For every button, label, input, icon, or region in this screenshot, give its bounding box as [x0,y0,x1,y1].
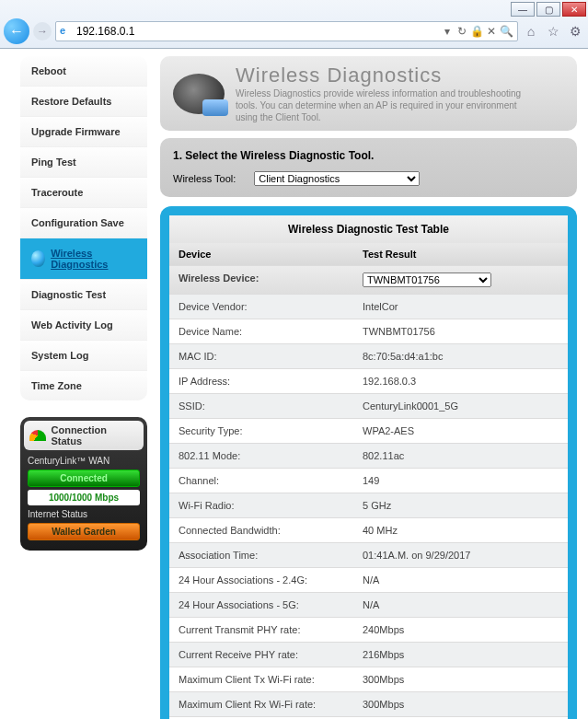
back-button[interactable]: ← [4,18,29,44]
sidebar-item-label: Wireless Diagnostics [51,248,136,270]
table-row: Maximum Client Rx Wi-Fi rate:300Mbps [169,691,568,716]
row-value: CenturyLink0001_5G [353,394,568,418]
sidebar-item-time-zone[interactable]: Time Zone [20,371,147,400]
table-row: Channel:149 [169,468,568,493]
gauge-icon [29,430,46,441]
home-icon[interactable]: ⌂ [522,22,540,41]
wan-label: CenturyLink™ WAN [28,456,140,466]
row-value: N/A [353,593,568,617]
table-row: 24 Hour Associations - 2.4G:N/A [169,567,568,592]
col-result: Test Result [353,243,568,265]
status-title: Connection Status [52,424,139,446]
page-subtitle: Wireless Diagnostics provide wireless in… [236,87,530,123]
wireless-tool-select[interactable]: Client Diagnostics [254,171,420,186]
sidebar-item-ping-test[interactable]: Ping Test [20,147,147,178]
row-label: MAC ID: [169,344,353,368]
forward-button[interactable]: → [33,22,52,41]
wan-status-badge: Connected [28,470,140,487]
row-label: 802.11 Mode: [169,444,353,468]
row-label: Security Type: [169,419,353,443]
table-row: 24 Hour Associations - 5G:N/A [169,592,568,617]
page-content: Reboot Restore Defaults Upgrade Firmware… [0,49,588,719]
page-title: Wireless Diagnostics [236,64,530,87]
lock-icon: 🔒 [469,25,484,38]
row-value: WPA2-AES [353,419,568,443]
row-value: 300Mbps [353,692,568,716]
row-value: IntelCor [353,295,568,319]
sidebar-item-system-log[interactable]: System Log [20,341,147,371]
row-value: N/A [353,568,568,592]
page-header: Wireless Diagnostics Wireless Diagnostic… [160,56,577,131]
wireless-device-select[interactable]: TWNBMT01756 [363,273,491,287]
nav-bar: ← → e ▾ ↻ 🔒 ✕ 🔍 ⌂ ☆ ⚙ [0,18,588,48]
table-title: Wireless Diagnostic Test Table [169,215,568,243]
sidebar-item-reboot[interactable]: Reboot [20,56,147,87]
tool-selector-box: 1. Select the Wireless Diagnostic Tool. … [160,138,577,197]
table-row: IP Address:192.168.0.3 [169,368,568,393]
header-illustration [173,74,225,114]
row-label: Maximum Client Tx Wi-Fi rate: [169,667,353,691]
table-row: Security Type:WPA2-AES [169,418,568,443]
close-button[interactable]: ✕ [562,2,586,17]
maximize-button[interactable]: ▢ [536,2,560,17]
row-value: 01:41A.M. on 9/29/2017 [353,543,568,567]
sidebar: Reboot Restore Defaults Upgrade Firmware… [20,56,147,719]
browser-chrome: — ▢ ✕ ← → e ▾ ↻ 🔒 ✕ 🔍 ⌂ ☆ ⚙ [0,0,588,49]
diagnostic-table: Wireless Diagnostic Test Table Device Te… [169,215,568,719]
connection-status-box: Connection Status CenturyLink™ WAN Conne… [20,417,147,551]
search-icon[interactable]: 🔍 [499,25,513,38]
sidebar-item-traceroute[interactable]: Traceroute [20,178,147,208]
row-label: Association Time: [169,543,353,567]
table-head: Device Test Result [169,243,568,265]
address-bar[interactable]: e ▾ ↻ 🔒 ✕ 🔍 [55,21,518,41]
stop-icon[interactable]: ✕ [484,25,499,38]
row-label: Channel: [169,469,353,493]
sidebar-item-diagnostic-test[interactable]: Diagnostic Test [20,280,147,310]
table-row: Device Vendor:IntelCor [169,294,568,319]
sidebar-menu: Reboot Restore Defaults Upgrade Firmware… [20,56,147,400]
table-row: 802.11 Mode:802.11ac [169,443,568,468]
gear-icon[interactable]: ⚙ [566,22,584,41]
tool-label: Wireless Tool: [173,173,236,184]
table-row: Device Name:TWNBMT01756 [169,319,568,343]
active-indicator-icon [31,250,45,267]
row-value: 40 MHz [353,518,568,542]
ie-icon: e [60,25,73,38]
table-row: Current Transmit PHY rate:240Mbps [169,617,568,642]
step-title: 1. Select the Wireless Diagnostic Tool. [173,149,564,162]
device-row-label: Wireless Device: [169,266,353,294]
row-value: 216Mbps [353,643,568,667]
internet-label: Internet Status [28,509,140,519]
dropdown-icon[interactable]: ▾ [440,25,455,38]
row-label: 24 Hour Associations - 5G: [169,593,353,617]
minimize-button[interactable]: — [511,2,535,17]
col-device: Device [169,243,353,265]
window-titlebar: — ▢ ✕ [0,0,588,18]
row-label: Current Transmit PHY rate: [169,618,353,642]
sidebar-item-wireless-diagnostics[interactable]: Wireless Diagnostics [20,238,147,280]
row-value: 802.11ac [353,444,568,468]
table-row: Connected Bandwidth:40 MHz [169,517,568,542]
row-label: Wi-Fi Radio: [169,493,353,517]
favorites-icon[interactable]: ☆ [544,22,562,41]
row-value: 8c:70:5a:d4:a1:bc [353,344,568,368]
internet-status-badge: Walled Garden [28,523,140,540]
row-value: 300Mbps [353,667,568,691]
table-row: SSID:CenturyLink0001_5G [169,393,568,418]
sidebar-item-configuration-save[interactable]: Configuration Save [20,208,147,238]
row-label: Device Name: [169,319,353,343]
sidebar-item-web-activity-log[interactable]: Web Activity Log [20,310,147,341]
row-label: Device Vendor: [169,295,353,319]
url-input[interactable] [73,25,440,38]
row-value: 5 GHz [353,493,568,517]
sidebar-item-upgrade-firmware[interactable]: Upgrade Firmware [20,117,147,147]
row-value: 192.168.0.3 [353,369,568,393]
device-selector-row: Wireless Device: TWNBMT01756 [169,265,568,294]
refresh-icon[interactable]: ↻ [455,25,469,38]
table-row: Wi-Fi Radio:5 GHz [169,493,568,517]
results-frame: Wireless Diagnostic Test Table Device Te… [160,206,577,719]
table-row: Maximum Client Tx Wi-Fi rate:300Mbps [169,667,568,691]
row-label: Connected Bandwidth: [169,518,353,542]
sidebar-item-restore-defaults[interactable]: Restore Defaults [20,87,147,117]
table-row: Current Receive PHY rate:216Mbps [169,642,568,667]
